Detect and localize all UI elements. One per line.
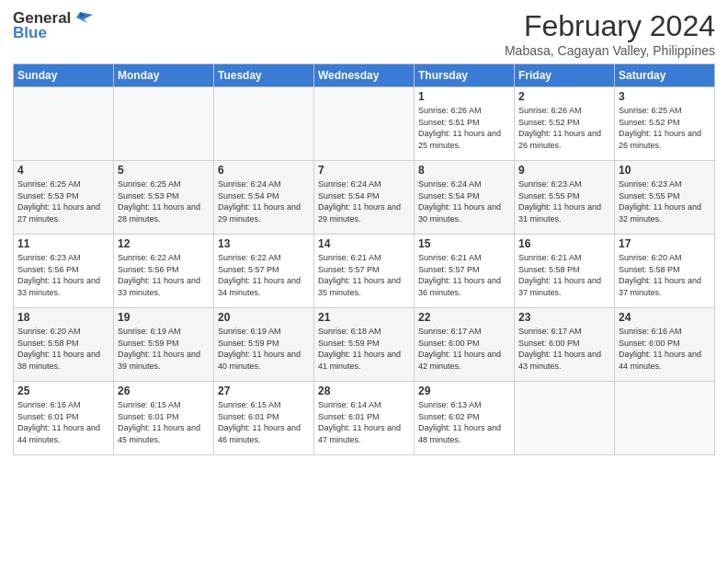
day-info: Sunrise: 6:17 AMSunset: 6:00 PMDaylight:… (418, 326, 510, 372)
table-row: 8Sunrise: 6:24 AMSunset: 5:54 PMDaylight… (415, 161, 515, 235)
col-friday: Friday (515, 64, 615, 87)
day-info: Sunrise: 6:21 AMSunset: 5:58 PMDaylight:… (518, 252, 610, 298)
table-row: 9Sunrise: 6:23 AMSunset: 5:55 PMDaylight… (515, 161, 615, 235)
day-number: 21 (318, 311, 410, 324)
day-number: 18 (17, 311, 109, 324)
col-saturday: Saturday (615, 64, 715, 87)
day-number: 13 (218, 237, 310, 250)
day-info: Sunrise: 6:26 AMSunset: 5:51 PMDaylight:… (418, 105, 510, 151)
day-number: 17 (619, 237, 711, 250)
header: General Blue February 2024 Mabasa, Cagay… (13, 9, 715, 58)
day-info: Sunrise: 6:25 AMSunset: 5:53 PMDaylight:… (118, 178, 210, 224)
calendar-table: Sunday Monday Tuesday Wednesday Thursday… (13, 63, 715, 455)
day-number: 28 (318, 385, 410, 397)
table-row: 27Sunrise: 6:15 AMSunset: 6:01 PMDayligh… (214, 382, 314, 455)
day-info: Sunrise: 6:26 AMSunset: 5:52 PMDaylight:… (518, 105, 610, 151)
calendar-week-row: 18Sunrise: 6:20 AMSunset: 5:58 PMDayligh… (14, 308, 715, 382)
day-number: 23 (518, 311, 610, 324)
month-title: February 2024 (505, 9, 715, 43)
col-sunday: Sunday (14, 64, 114, 87)
day-info: Sunrise: 6:23 AMSunset: 5:55 PMDaylight:… (518, 178, 610, 224)
day-number: 1 (418, 90, 510, 103)
table-row: 4Sunrise: 6:25 AMSunset: 5:53 PMDaylight… (14, 161, 114, 235)
day-info: Sunrise: 6:24 AMSunset: 5:54 PMDaylight:… (218, 178, 310, 224)
col-monday: Monday (114, 64, 214, 87)
day-number: 14 (318, 237, 410, 250)
table-row: 1Sunrise: 6:26 AMSunset: 5:51 PMDaylight… (415, 87, 515, 161)
table-row: 24Sunrise: 6:16 AMSunset: 6:00 PMDayligh… (615, 308, 715, 382)
day-number: 20 (218, 311, 310, 324)
table-row: 7Sunrise: 6:24 AMSunset: 5:54 PMDaylight… (314, 161, 415, 235)
col-thursday: Thursday (415, 64, 515, 87)
day-info: Sunrise: 6:15 AMSunset: 6:01 PMDaylight:… (218, 399, 310, 445)
table-row: 17Sunrise: 6:20 AMSunset: 5:58 PMDayligh… (615, 235, 715, 308)
day-number: 29 (418, 385, 510, 397)
calendar-week-row: 4Sunrise: 6:25 AMSunset: 5:53 PMDaylight… (14, 161, 715, 235)
day-number: 12 (118, 237, 210, 250)
title-area: February 2024 Mabasa, Cagayan Valley, Ph… (505, 9, 715, 58)
table-row: 16Sunrise: 6:21 AMSunset: 5:58 PMDayligh… (515, 235, 615, 308)
col-tuesday: Tuesday (214, 64, 314, 87)
table-row: 11Sunrise: 6:23 AMSunset: 5:56 PMDayligh… (14, 235, 114, 308)
table-row: 14Sunrise: 6:21 AMSunset: 5:57 PMDayligh… (314, 235, 415, 308)
table-row: 26Sunrise: 6:15 AMSunset: 6:01 PMDayligh… (114, 382, 214, 455)
day-info: Sunrise: 6:16 AMSunset: 6:01 PMDaylight:… (17, 399, 109, 445)
day-info: Sunrise: 6:21 AMSunset: 5:57 PMDaylight:… (418, 252, 510, 298)
svg-marker-0 (76, 12, 93, 23)
table-row: 28Sunrise: 6:14 AMSunset: 6:01 PMDayligh… (314, 382, 415, 455)
day-info: Sunrise: 6:24 AMSunset: 5:54 PMDaylight:… (418, 178, 510, 224)
day-info: Sunrise: 6:16 AMSunset: 6:00 PMDaylight:… (619, 326, 711, 372)
table-row: 6Sunrise: 6:24 AMSunset: 5:54 PMDaylight… (214, 161, 314, 235)
day-info: Sunrise: 6:13 AMSunset: 6:02 PMDaylight:… (418, 399, 510, 445)
table-row: 25Sunrise: 6:16 AMSunset: 6:01 PMDayligh… (14, 382, 114, 455)
day-number: 5 (118, 164, 210, 177)
day-number: 25 (17, 385, 109, 397)
table-row (114, 87, 214, 161)
day-info: Sunrise: 6:25 AMSunset: 5:52 PMDaylight:… (619, 105, 711, 151)
day-info: Sunrise: 6:25 AMSunset: 5:53 PMDaylight:… (17, 178, 109, 224)
day-number: 6 (218, 164, 310, 177)
table-row: 29Sunrise: 6:13 AMSunset: 6:02 PMDayligh… (415, 382, 515, 455)
day-info: Sunrise: 6:18 AMSunset: 5:59 PMDaylight:… (318, 326, 410, 372)
day-number: 27 (218, 385, 310, 397)
day-number: 9 (518, 164, 610, 177)
table-row: 3Sunrise: 6:25 AMSunset: 5:52 PMDaylight… (615, 87, 715, 161)
table-row (14, 87, 114, 161)
day-info: Sunrise: 6:17 AMSunset: 6:00 PMDaylight:… (518, 326, 610, 372)
table-row (314, 87, 415, 161)
day-number: 2 (518, 90, 610, 103)
calendar-header-row: Sunday Monday Tuesday Wednesday Thursday… (14, 64, 715, 87)
day-number: 10 (619, 164, 711, 177)
table-row: 12Sunrise: 6:22 AMSunset: 5:56 PMDayligh… (114, 235, 214, 308)
calendar-week-row: 11Sunrise: 6:23 AMSunset: 5:56 PMDayligh… (14, 235, 715, 308)
table-row: 10Sunrise: 6:23 AMSunset: 5:55 PMDayligh… (615, 161, 715, 235)
col-wednesday: Wednesday (314, 64, 415, 87)
location-subtitle: Mabasa, Cagayan Valley, Philippines (505, 43, 715, 58)
day-number: 15 (418, 237, 510, 250)
day-info: Sunrise: 6:20 AMSunset: 5:58 PMDaylight:… (17, 326, 109, 372)
calendar-week-row: 25Sunrise: 6:16 AMSunset: 6:01 PMDayligh… (14, 382, 715, 455)
day-info: Sunrise: 6:23 AMSunset: 5:55 PMDaylight:… (619, 178, 711, 224)
table-row: 19Sunrise: 6:19 AMSunset: 5:59 PMDayligh… (114, 308, 214, 382)
day-info: Sunrise: 6:15 AMSunset: 6:01 PMDaylight:… (118, 399, 210, 445)
table-row (615, 382, 715, 455)
logo-blue: Blue (13, 24, 47, 42)
day-info: Sunrise: 6:22 AMSunset: 5:56 PMDaylight:… (118, 252, 210, 298)
table-row: 20Sunrise: 6:19 AMSunset: 5:59 PMDayligh… (214, 308, 314, 382)
day-info: Sunrise: 6:21 AMSunset: 5:57 PMDaylight:… (318, 252, 410, 298)
table-row: 21Sunrise: 6:18 AMSunset: 5:59 PMDayligh… (314, 308, 415, 382)
table-row: 18Sunrise: 6:20 AMSunset: 5:58 PMDayligh… (14, 308, 114, 382)
day-number: 3 (619, 90, 711, 103)
day-number: 26 (118, 385, 210, 397)
table-row: 13Sunrise: 6:22 AMSunset: 5:57 PMDayligh… (214, 235, 314, 308)
table-row: 5Sunrise: 6:25 AMSunset: 5:53 PMDaylight… (114, 161, 214, 235)
day-info: Sunrise: 6:24 AMSunset: 5:54 PMDaylight:… (318, 178, 410, 224)
table-row: 2Sunrise: 6:26 AMSunset: 5:52 PMDaylight… (515, 87, 615, 161)
day-info: Sunrise: 6:22 AMSunset: 5:57 PMDaylight:… (218, 252, 310, 298)
calendar-page: General Blue February 2024 Mabasa, Cagay… (0, 0, 728, 563)
calendar-week-row: 1Sunrise: 6:26 AMSunset: 5:51 PMDaylight… (14, 87, 715, 161)
table-row (214, 87, 314, 161)
table-row: 23Sunrise: 6:17 AMSunset: 6:00 PMDayligh… (515, 308, 615, 382)
day-number: 7 (318, 164, 410, 177)
day-number: 8 (418, 164, 510, 177)
